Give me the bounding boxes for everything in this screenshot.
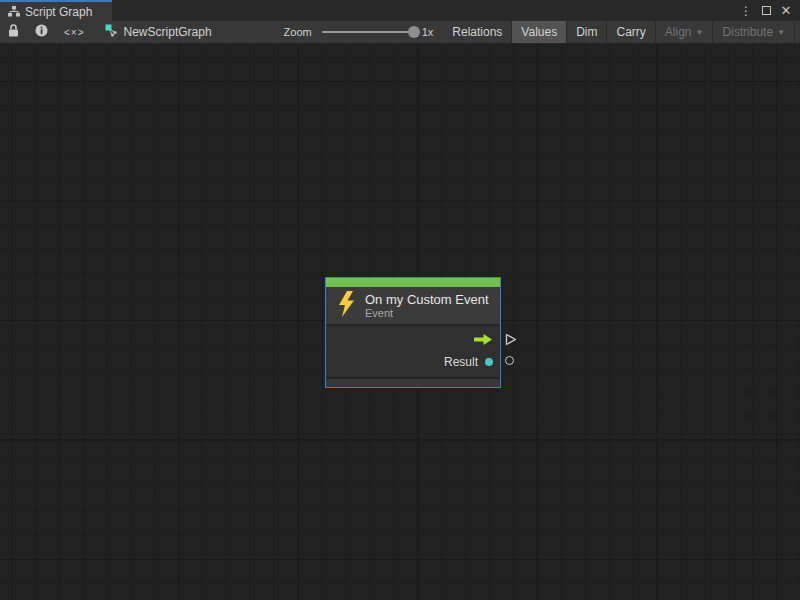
overview-button[interactable]: Overview: [795, 21, 800, 43]
graph-name: NewScriptGraph: [124, 25, 212, 39]
node-title: On my Custom Event: [365, 292, 489, 307]
value-output-row: Result: [326, 351, 500, 373]
info-button[interactable]: [27, 21, 56, 43]
node-titles: On my Custom Event Event: [365, 292, 489, 320]
result-value-port[interactable]: [485, 358, 493, 366]
node-on-my-custom-event[interactable]: On my Custom Event Event Result: [325, 277, 501, 388]
align-dropdown[interactable]: Align ▼: [656, 21, 713, 43]
script-graph-asset-icon: [105, 24, 118, 40]
values-button[interactable]: Values: [512, 21, 566, 43]
chevron-down-icon: ▼: [777, 28, 785, 37]
close-icon[interactable]: ✕: [778, 3, 794, 19]
window-controls: ⋮ ✕: [738, 0, 800, 21]
graph-toolbar: <×> NewScriptGraph Zoom 1x Relatio: [0, 21, 800, 44]
control-flow-arrow-icon[interactable]: [474, 331, 493, 349]
distribute-dropdown[interactable]: Distribute ▼: [713, 21, 794, 43]
graph-canvas[interactable]: On my Custom Event Event Result: [0, 44, 800, 600]
node-header[interactable]: On my Custom Event Event: [326, 287, 500, 324]
zoom-label: Zoom: [284, 26, 312, 38]
node-body: Result: [326, 326, 500, 377]
tab-bar: Script Graph ⋮ ✕: [0, 0, 800, 21]
zoom-control: Zoom 1x: [284, 21, 444, 43]
chevron-down-icon: ▼: [696, 28, 704, 37]
lock-button[interactable]: [0, 21, 27, 43]
event-color-bar: [326, 278, 500, 287]
tab-script-graph[interactable]: Script Graph: [0, 0, 112, 21]
relations-button[interactable]: Relations: [443, 21, 511, 43]
external-value-port-icon[interactable]: [505, 356, 514, 365]
window-menu-icon[interactable]: ⋮: [738, 3, 754, 19]
code-view-button[interactable]: <×>: [56, 21, 93, 43]
node-subtitle: Event: [365, 307, 489, 320]
code-icon: <×>: [64, 27, 85, 38]
node-footer: [326, 379, 500, 387]
script-graph-window: Script Graph ⋮ ✕: [0, 0, 800, 600]
info-icon: [35, 24, 48, 40]
result-port-label: Result: [444, 355, 478, 369]
zoom-value: 1x: [422, 26, 434, 38]
toolbar-toggles: Relations Values Dim Carry Align ▼ Distr…: [443, 21, 800, 43]
zoom-slider-handle[interactable]: [408, 26, 420, 38]
tab-title: Script Graph: [25, 5, 92, 19]
dim-button[interactable]: Dim: [567, 21, 606, 43]
control-output-row: [326, 329, 500, 351]
maximize-icon[interactable]: [758, 3, 774, 19]
zoom-slider[interactable]: [322, 31, 414, 33]
external-control-port-icon[interactable]: [505, 332, 517, 350]
event-bolt-icon: [337, 291, 356, 321]
carry-button[interactable]: Carry: [607, 21, 654, 43]
graph-breadcrumb[interactable]: NewScriptGraph: [93, 21, 222, 43]
lock-icon: [8, 24, 19, 40]
graph-hierarchy-icon: [8, 3, 20, 21]
tabbar-spacer: [112, 0, 738, 21]
